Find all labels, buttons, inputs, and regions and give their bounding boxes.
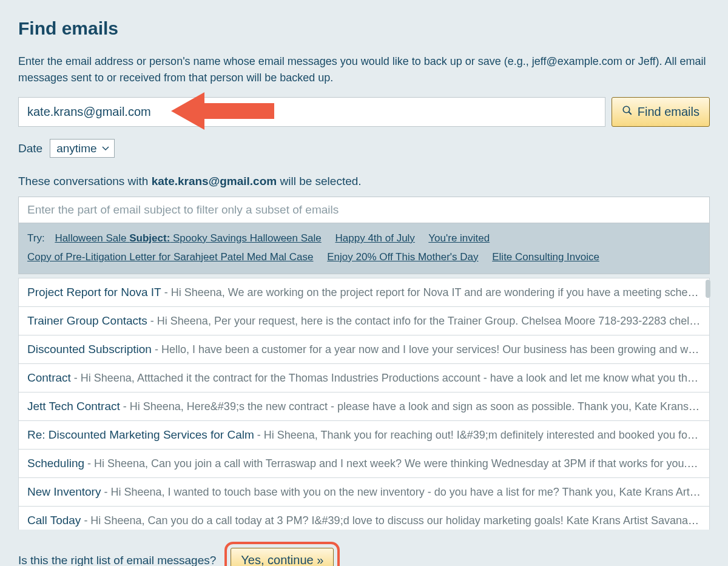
date-label: Date [18,142,42,155]
try-label: Try: [27,232,45,244]
email-row[interactable]: Contract - Hi Sheena, Atttached it the c… [18,364,710,392]
email-row[interactable]: New Inventory - Hi Sheena, I wanted to t… [18,478,710,507]
email-list: Project Report for Nova IT - Hi Sheena, … [18,278,710,530]
confirm-question: Is this the right list of email messages… [18,554,216,566]
find-emails-label: Find emails [638,105,699,119]
confirm-row: Is this the right list of email messages… [18,542,710,566]
instructions-text: Enter the email address or person's name… [18,53,710,86]
yes-continue-button[interactable]: Yes, continue » [231,548,334,566]
svg-line-1 [629,112,632,115]
scrollbar-thumb[interactable] [706,280,710,298]
email-row[interactable]: Trainer Group Contacts - Hi Sheena, Per … [18,307,710,335]
email-row[interactable]: Jett Tech Contract - Hi Sheena, Here&#39… [18,392,710,421]
email-row[interactable]: Project Report for Nova IT - Hi Sheena, … [18,278,710,307]
date-select[interactable]: anytime [50,139,115,158]
date-row: Date anytime [18,139,710,158]
suggestion-link[interactable]: You're invited [428,232,490,244]
search-icon [622,105,633,119]
suggestion-link[interactable]: Enjoy 20% Off This Mother's Day [327,251,478,263]
email-row[interactable]: Re: Discounted Marketing Services for Ca… [18,421,710,450]
annotation-highlight: Yes, continue » [224,542,340,566]
email-row[interactable]: Discounted Subscription - Hello, I have … [18,335,710,364]
page-title: Find emails [18,18,710,39]
search-row: Find emails [18,97,710,127]
suggestion-link[interactable]: Happy 4th of July [335,232,415,244]
svg-point-0 [623,106,630,113]
email-address-input[interactable] [18,97,605,127]
subject-filter-input[interactable] [18,197,710,223]
find-emails-button[interactable]: Find emails [612,97,710,127]
selected-conversations-text: These conversations with kate.krans@gmai… [18,175,710,188]
suggestions-panel: Try: Halloween Sale Subject: Spooky Savi… [18,223,710,274]
suggestion-link[interactable]: Halloween Sale Subject: Spooky Savings H… [55,232,321,244]
suggestion-link[interactable]: Copy of Pre-Litigation Letter for Sarahj… [27,251,314,263]
email-row[interactable]: Call Today - Hi Sheena, Can you do a cal… [18,507,710,530]
email-row[interactable]: Scheduling - Hi Sheena, Can you join a c… [18,450,710,478]
suggestion-link[interactable]: Elite Consulting Invoice [492,251,599,263]
